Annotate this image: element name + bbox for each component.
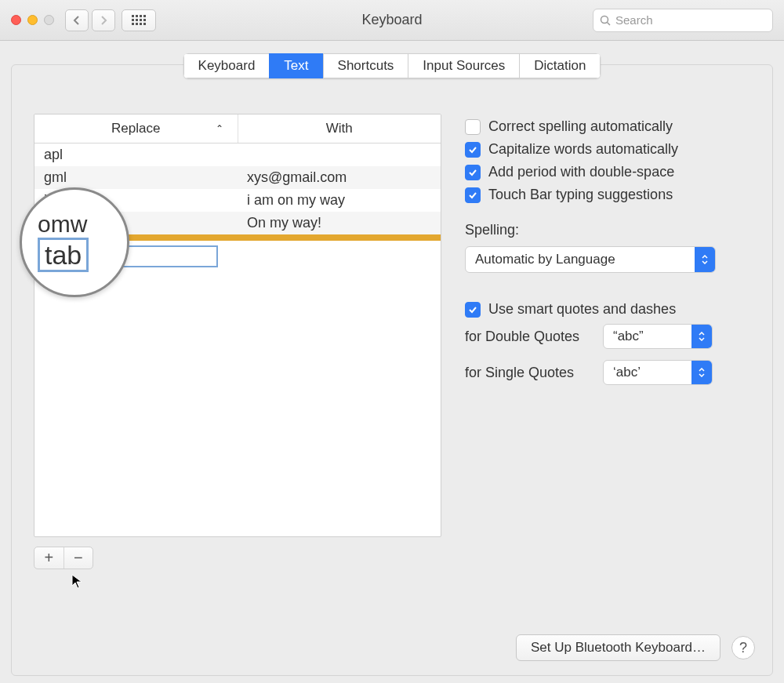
magnifier-row-omw: omw <box>38 213 127 236</box>
minimize-window-button[interactable] <box>27 15 38 25</box>
text-replacements-area: Replace ⌃ With apl gml xys@gmail.com <box>34 114 441 569</box>
checkbox-icon[interactable] <box>465 142 481 158</box>
back-button[interactable] <box>65 9 89 31</box>
titlebar: Keyboard <box>0 0 784 41</box>
spelling-label: Spelling: <box>465 222 750 238</box>
select-value: “abc” <box>604 325 691 348</box>
close-window-button[interactable] <box>11 15 21 25</box>
cell-replace: gml <box>34 166 238 189</box>
option-add-period[interactable]: Add period with double-space <box>465 164 750 180</box>
double-quotes-label: for Double Quotes <box>465 329 592 345</box>
tab-bar: Keyboard Text Shortcuts Input Sources Di… <box>12 53 772 78</box>
help-button[interactable]: ? <box>731 636 755 659</box>
option-label: Capitalize words automatically <box>488 141 678 158</box>
cell-replace: apl <box>34 144 238 166</box>
option-label: Use smart quotes and dashes <box>488 301 676 318</box>
option-label: Add period with double-space <box>488 164 674 180</box>
zoom-window-button[interactable] <box>44 15 54 25</box>
option-touch-bar[interactable]: Touch Bar typing suggestions <box>465 187 750 203</box>
bottom-row: Set Up Bluetooth Keyboard… ? <box>516 634 755 661</box>
tab-shortcuts[interactable]: Shortcuts <box>323 53 408 78</box>
cursor-icon <box>71 574 84 594</box>
chevron-updown-icon <box>695 247 715 272</box>
table-header: Replace ⌃ With <box>34 114 441 144</box>
forward-button[interactable] <box>92 9 115 31</box>
svg-line-1 <box>608 22 611 25</box>
checkbox-icon[interactable] <box>465 119 481 135</box>
single-quotes-row: for Single Quotes ‘abc’ <box>465 360 750 385</box>
spelling-select[interactable]: Automatic by Language <box>465 246 716 273</box>
checkbox-icon[interactable] <box>465 165 481 180</box>
chevron-updown-icon <box>691 325 712 348</box>
nav-buttons <box>65 9 115 31</box>
show-all-button[interactable] <box>122 9 156 31</box>
add-button[interactable]: + <box>34 547 64 569</box>
chevron-updown-icon <box>691 361 712 384</box>
cell-with: i am on my way <box>238 189 441 212</box>
option-correct-spelling[interactable]: Correct spelling automatically <box>465 118 750 135</box>
content: Keyboard Text Shortcuts Input Sources Di… <box>0 41 784 683</box>
search-field[interactable] <box>593 9 773 32</box>
add-remove-segmented: + − <box>34 547 93 569</box>
checkbox-icon[interactable] <box>465 187 481 203</box>
sort-caret-icon: ⌃ <box>216 123 223 134</box>
checkbox-icon[interactable] <box>465 302 481 318</box>
grid-icon <box>132 15 146 25</box>
options-area: Correct spelling automatically Capitaliz… <box>465 114 750 569</box>
tab-text[interactable]: Text <box>269 53 322 78</box>
table-row[interactable]: gml xys@gmail.com <box>34 166 441 189</box>
option-label: Touch Bar typing suggestions <box>488 187 673 203</box>
cell-with <box>238 234 441 241</box>
panel: Keyboard Text Shortcuts Input Sources Di… <box>11 64 773 676</box>
double-quotes-select[interactable]: “abc” <box>603 324 713 349</box>
svg-point-0 <box>601 16 608 23</box>
single-quotes-label: for Single Quotes <box>465 365 592 381</box>
option-capitalize[interactable]: Capitalize words automatically <box>465 141 750 158</box>
magnifier-callout: omw tab <box>20 187 129 297</box>
setup-bluetooth-button[interactable]: Set Up Bluetooth Keyboard… <box>516 634 720 661</box>
col-replace-label: Replace <box>111 121 160 136</box>
window-title: Keyboard <box>361 12 422 28</box>
cell-with <box>238 144 441 166</box>
search-input[interactable] <box>615 13 766 27</box>
table-row[interactable]: apl <box>34 144 441 166</box>
single-quotes-select[interactable]: ‘abc’ <box>603 360 713 385</box>
search-icon <box>600 15 611 26</box>
magnifier-row-tab: tab <box>38 238 89 272</box>
tab-dictation[interactable]: Dictation <box>519 53 601 78</box>
cell-with: On my way! <box>238 212 441 234</box>
double-quotes-row: for Double Quotes “abc” <box>465 324 750 349</box>
tab-keyboard[interactable]: Keyboard <box>183 53 270 78</box>
panel-body: Replace ⌃ With apl gml xys@gmail.com <box>12 90 772 569</box>
window-controls <box>11 15 54 25</box>
select-value: Automatic by Language <box>466 247 695 272</box>
cell-with: xys@gmail.com <box>238 166 441 189</box>
remove-button[interactable]: − <box>64 547 93 569</box>
replacements-table[interactable]: Replace ⌃ With apl gml xys@gmail.com <box>34 114 441 537</box>
col-replace[interactable]: Replace ⌃ <box>34 114 238 143</box>
option-label: Correct spelling automatically <box>488 118 673 135</box>
col-with[interactable]: With <box>238 114 441 143</box>
option-smart-quotes[interactable]: Use smart quotes and dashes <box>465 301 750 318</box>
select-value: ‘abc’ <box>604 361 691 384</box>
tab-input-sources[interactable]: Input Sources <box>408 53 519 78</box>
